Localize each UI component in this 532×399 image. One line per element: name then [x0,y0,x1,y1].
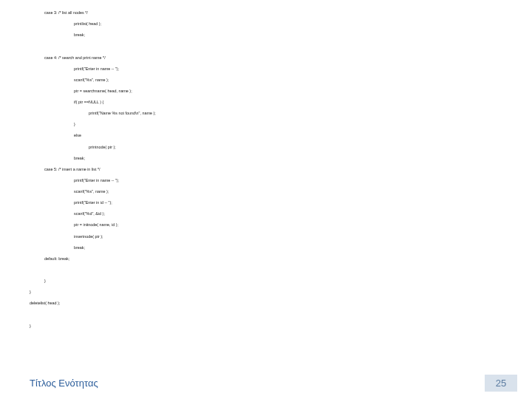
code-line: } [30,119,502,130]
code-line: } [30,276,502,287]
page-number: 25 [485,375,517,392]
code-line: scanf("%s", name ); [30,186,502,197]
code-line: } [30,287,502,298]
code-line: case 3: /* list all nodes */ [30,7,502,18]
code-line: case 4: /* search and print name */ [30,52,502,64]
code-line: insertnode( ptr ); [30,231,502,242]
code-line [30,309,502,320]
code-block: case 3: /* list all nodes */printlist( h… [30,7,502,332]
code-line: default: break; [30,253,502,265]
code-line: printnode( ptr ); [30,142,502,153]
code-line: deletelist( head ); [30,298,502,309]
code-line: printf("Enter in id -- "); [30,197,502,208]
footer-title: Τίτλος Ενότητας [30,378,98,389]
code-line: ptr = initnode( name, id ); [30,219,502,231]
code-line: break; [30,30,502,41]
code-line: ptr = searchname( head, name ); [30,86,502,97]
code-line: scanf("%d", &id ); [30,208,502,219]
code-line [30,41,502,52]
slide: case 3: /* list all nodes */printlist( h… [0,0,532,399]
code-line: printlist( head ); [30,18,502,30]
code-line: printf("Name %s not found\n", name ); [30,108,502,119]
code-line: printf("Enter in name -- "); [30,64,502,75]
code-line: } [30,321,502,332]
code-line: scanf("%s", name ); [30,75,502,86]
code-line: break; [30,153,502,164]
code-line: printf("Enter in name -- "); [30,175,502,186]
code-line: if( ptr ==NULL ) { [30,97,502,108]
code-line: break; [30,242,502,253]
code-line [30,265,502,276]
footer: Τίτλος Ενότητας 25 [30,375,517,392]
code-line: else [30,130,502,141]
code-line: case 5: /* insert a name in list */ [30,164,502,175]
